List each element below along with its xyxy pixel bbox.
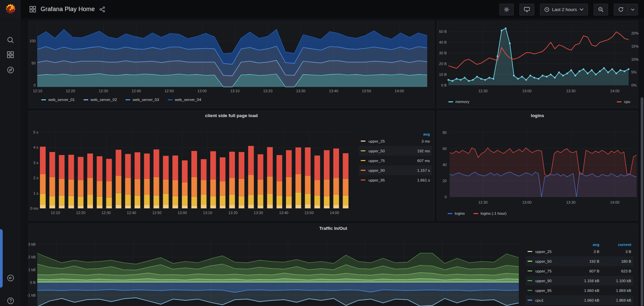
legend-value: 1.661 s [400,178,430,182]
legend-table-row[interactable]: upper_901.157 s [359,165,432,175]
y-axis-tick-label: 80 [437,131,447,135]
y-axis-tick-label: -1 kB [24,293,36,297]
page-scrollbar-thumb[interactable] [641,97,643,306]
legend-item[interactable]: cpu [617,100,630,104]
legend-value: 192 B [567,259,599,263]
legend-color-dash [448,213,452,214]
legend-value: 623 B [599,269,631,273]
panel-client-side-full-page-load[interactable]: client side full page load 0 ms1 s2 s3 s… [29,111,434,220]
y-axis-tick-label: 40 [437,163,447,167]
legend-color-dash [84,99,88,100]
chevron-down-icon [631,8,635,11]
legend-color-dash [448,101,453,102]
page-title[interactable]: Grafana Play Home [41,6,95,13]
y-axis-tick-label: 0 B [24,280,36,285]
legend-table-row[interactable]: upper_253 B3 B [526,247,633,256]
help-menu-item[interactable] [0,293,21,306]
legend-label: upper_75 [535,269,552,273]
time-range-label: Last 2 hours [552,7,577,12]
x-axis-tick-label: 12:10 [33,89,42,93]
x-axis-tick-label: 13:30 [254,211,263,215]
grafana-logo[interactable] [0,0,21,18]
x-axis-tick-label: 13:00 [197,89,207,93]
x-axis-tick-label: 12:10 [51,211,60,215]
legend-color-dash [528,290,532,291]
panel-web-servers[interactable]: 050100 12:1012:2012:3012:4012:5013:0013:… [29,21,434,108]
page-scrollbar-track[interactable] [640,18,644,306]
y-axis-tick-label: 50 [26,61,36,65]
x-axis-tick-label: 12:30 [478,89,488,93]
legend-color-dash [528,300,532,301]
cpu-legend: cpu [617,100,630,104]
tv-kiosk-button[interactable] [519,4,534,15]
panel-memory-cpu[interactable]: 0 B10 B20 B30 B40 B50 B 0%5%10%15%20% 12… [437,21,638,108]
dashboard-grid-icon[interactable] [30,6,36,12]
legend-color-dash [528,261,532,262]
search-menu-item[interactable] [0,33,21,47]
x-axis-tick-label: 13:30 [566,200,576,204]
panel-traffic-in-out[interactable]: Traffic In/Out 3 kB2 kB1 kB0 B-1 kB-2 kB… [29,223,638,306]
legend-sort-header[interactable]: avg [400,132,430,136]
share-icon[interactable] [99,6,105,12]
legend-label: upper_25 [535,250,552,254]
y-axis-tick-label: 2 kB [24,255,36,259]
legend-item[interactable]: memory [448,100,469,104]
legend-label: upper_50 [368,149,385,153]
sign-in-menu-item[interactable] [0,270,21,285]
legend-value: 3 ms [400,139,430,143]
legend-color-dash [528,270,532,271]
legend-table-row[interactable]: upper_951.661 s [359,175,432,185]
legend-item[interactable]: web_server_01 [41,98,75,102]
legend-label: web_server_01 [48,98,75,102]
x-axis-tick-label: 12:30 [101,211,111,215]
legend-table-row[interactable]: upper_253 ms [359,136,432,146]
zoom-out-button[interactable] [594,4,608,15]
refresh-interval-dropdown[interactable] [628,4,638,15]
y-axis-tick-label: 0 [437,195,447,199]
legend-table-row[interactable]: upper_50192 B180 B [526,256,633,266]
x-axis-tick-label: 13:20 [228,211,238,215]
x-axis-tick-label: 13:30 [296,89,305,93]
compass-icon [7,66,14,73]
panel-logins[interactable]: logins 020406080 12:3013:0013:3014:00 lo… [437,111,638,220]
x-axis-tick-label: 12:40 [132,89,141,93]
web-servers-legend: web_server_01web_server_02web_server_03w… [41,98,201,102]
legend-color-dash [474,213,478,214]
legend-table-row[interactable]: upper_951.660 kB1.869 kB [526,286,633,295]
legend-value: 1.869 kB [599,298,631,302]
x-axis-tick-label: 12:30 [99,89,108,93]
refresh-button[interactable] [614,4,628,15]
search-icon [7,37,14,44]
legend-table-row[interactable]: cpu11.660 kB1.869 kB [526,295,633,305]
y-axis-tick-label: 5 s [25,130,38,134]
y-axis-tick-label: 15% [631,44,639,48]
legend-item[interactable]: web_server_04 [168,98,201,102]
legend-color-dash [361,141,365,142]
y-axis-tick-label: 20 [437,179,447,183]
x-axis-tick-label: 12:50 [164,89,174,93]
magnifier-minus-icon [598,7,604,12]
legend-value: 1.156 kB [567,279,599,283]
explore-menu-item[interactable] [0,62,21,77]
legend-sort-header[interactable]: avg [567,243,599,247]
y-axis-tick-label: 4 s [25,145,38,149]
legend-color-dash [617,101,622,102]
legend-label: upper_75 [368,159,385,163]
y-axis-tick-label: 100 [26,39,36,43]
legend-item[interactable]: web_server_03 [126,98,159,102]
help-icon [7,297,14,304]
legend-table-row[interactable]: upper_50192 ms [359,146,432,156]
legend-item[interactable]: logins [448,211,465,215]
x-axis-tick-label: 12:20 [76,211,86,215]
legend-label: web_server_02 [91,98,117,102]
legend-sort-header[interactable]: current [599,243,631,247]
legend-table-row[interactable]: upper_75607 ms [359,156,432,165]
legend-table-row[interactable]: upper_901.156 kB1.100 kB [526,276,633,286]
clock-icon [544,7,549,12]
legend-item[interactable]: web_server_02 [84,98,117,102]
time-range-picker[interactable]: Last 2 hours [540,4,588,15]
legend-item[interactable]: logins (-1 hour) [474,211,506,215]
dashboards-menu-item[interactable] [0,47,21,62]
legend-table-row[interactable]: upper_75607 B623 B [526,266,633,276]
dashboard-settings-button[interactable] [499,4,514,15]
